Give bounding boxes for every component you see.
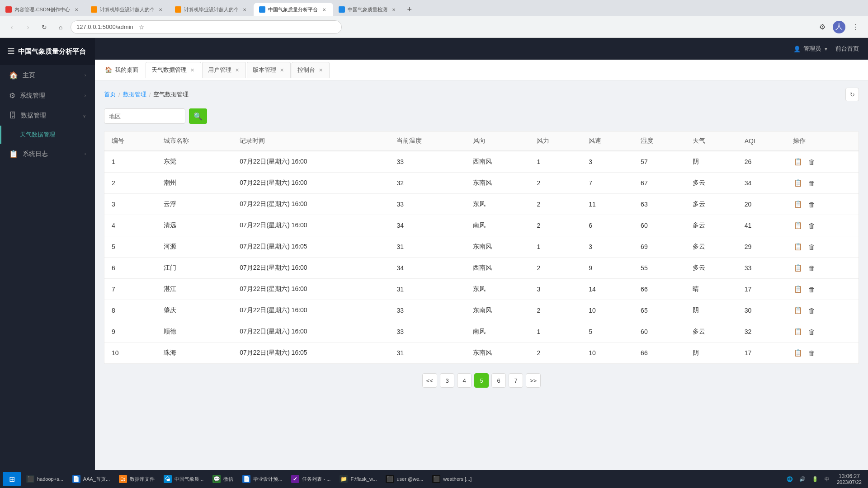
tab-3[interactable]: 计算机毕业设计超人的个人空间... ✕ xyxy=(170,3,254,16)
delete-icon[interactable]: 🗑 xyxy=(807,221,816,230)
user-tab-close[interactable]: ✕ xyxy=(234,66,240,74)
sidebar-item-home[interactable]: 🏠 主页 › xyxy=(0,65,95,85)
logs-arrow-icon: › xyxy=(85,151,86,156)
logs-icon: 📋 xyxy=(9,150,18,158)
tab-home[interactable]: 🏠 我的桌面 xyxy=(99,62,145,78)
tab-weather-data[interactable]: 天气数据管理 ✕ xyxy=(146,62,201,78)
edit-icon[interactable]: 📋 xyxy=(793,178,803,188)
taskbar-item-thesis[interactable]: 📄 毕业设计预... xyxy=(239,472,286,486)
cell-id: 1 xyxy=(104,151,156,173)
taskbar-sound-icon[interactable]: 🔊 xyxy=(797,474,808,484)
pagination-page-7[interactable]: 7 xyxy=(509,373,523,388)
edit-icon[interactable]: 📋 xyxy=(793,348,803,358)
sidebar-item-weather-data[interactable]: 天气数据管理 xyxy=(0,126,95,144)
cell-temp: 33 xyxy=(389,321,465,343)
pagination-page-3[interactable]: 3 xyxy=(440,373,454,388)
tab-close-1[interactable]: ✕ xyxy=(73,6,80,13)
edit-icon[interactable]: 📋 xyxy=(793,284,803,294)
delete-icon[interactable]: 🗑 xyxy=(807,242,816,252)
tab-2[interactable]: 计算机毕业设计超人的个人空间... ✕ xyxy=(85,3,170,16)
tab-close-2[interactable]: ✕ xyxy=(157,6,164,13)
tab-close-4[interactable]: ✕ xyxy=(321,6,328,13)
taskbar-item-tasks[interactable]: ✔ 任务列表 - ... xyxy=(288,472,334,486)
breadcrumb-data-mgmt[interactable]: 数据管理 xyxy=(123,90,146,99)
delete-icon[interactable]: 🗑 xyxy=(807,263,816,273)
hamburger-icon[interactable]: ☰ xyxy=(7,47,14,56)
breadcrumb-home[interactable]: 首页 xyxy=(104,90,116,99)
edit-icon[interactable]: 📋 xyxy=(793,242,803,252)
pagination: << 3 4 5 6 7 >> xyxy=(104,364,859,397)
search-button[interactable]: 🔍 xyxy=(189,108,207,124)
delete-icon[interactable]: 🗑 xyxy=(807,327,816,337)
pagination-next[interactable]: >> xyxy=(526,373,541,388)
taskbar-item-user[interactable]: ⬛ user @we... xyxy=(382,472,427,486)
delete-icon[interactable]: 🗑 xyxy=(807,157,816,167)
sidebar-item-system[interactable]: ⚙ 系统管理 › xyxy=(0,85,95,106)
version-tab-close[interactable]: ✕ xyxy=(279,66,285,74)
address-text: 127.0.0.1:5000/admin xyxy=(76,23,133,30)
breadcrumb-refresh-button[interactable]: ↻ xyxy=(845,88,859,101)
search-input[interactable] xyxy=(104,108,185,124)
taskbar-item-db[interactable]: 🗂 数据库文件 xyxy=(115,472,158,486)
tab-user-mgmt[interactable]: 用户管理 ✕ xyxy=(202,62,246,78)
back-button[interactable]: ‹ xyxy=(5,21,18,33)
edit-icon[interactable]: 📋 xyxy=(793,305,803,315)
new-tab-button[interactable]: + xyxy=(403,3,416,16)
edit-icon[interactable]: 📋 xyxy=(793,221,803,230)
tab-console[interactable]: 控制台 ✕ xyxy=(292,62,330,78)
header-user[interactable]: 👤 管理员 ▼ xyxy=(793,45,828,53)
delete-icon[interactable]: 🗑 xyxy=(807,199,816,209)
taskbar-item-flask[interactable]: 📁 F:\flask_w... xyxy=(336,472,380,486)
refresh-button[interactable]: ↻ xyxy=(38,21,51,33)
tab-close-3[interactable]: ✕ xyxy=(241,6,248,13)
table-row: 1 东莞 07月22日(星期六) 16:00 33 西南风 1 3 57 阴 2… xyxy=(104,151,859,173)
address-bar[interactable]: 127.0.0.1:5000/admin ☆ xyxy=(71,20,342,34)
tab-1[interactable]: 内容管理-CSDN创作中心 ✕ xyxy=(0,3,85,16)
bookmark-icon[interactable]: ☆ xyxy=(137,22,147,32)
main-header: 👤 管理员 ▼ 前台首页 xyxy=(95,38,868,60)
cell-time: 07月22日(星期六) 16:00 xyxy=(232,173,389,194)
sidebar-item-logs[interactable]: 📋 系统日志 › xyxy=(0,144,95,164)
sidebar-item-data[interactable]: 🗄 数据管理 ∨ xyxy=(0,106,95,126)
forward-button[interactable]: › xyxy=(22,21,34,33)
delete-icon[interactable]: 🗑 xyxy=(807,284,816,294)
taskbar-item-hadoop[interactable]: ⬛ hadoop+s... xyxy=(23,472,67,486)
taskbar-ime-icon[interactable]: 中 xyxy=(822,474,832,484)
pagination-page-4[interactable]: 4 xyxy=(457,373,472,388)
taskbar-start-button[interactable]: ⊞ xyxy=(3,472,21,486)
pagination-page-6[interactable]: 6 xyxy=(491,373,506,388)
taskbar-item-wechat[interactable]: 💬 微信 xyxy=(209,472,237,486)
pagination-prev[interactable]: << xyxy=(422,373,437,388)
edit-icon[interactable]: 📋 xyxy=(793,263,803,273)
menu-icon[interactable]: ⋮ xyxy=(849,20,863,34)
console-tab-close[interactable]: ✕ xyxy=(318,66,324,74)
cell-weather: 多云 xyxy=(685,258,737,279)
pagination-page-5[interactable]: 5 xyxy=(474,373,489,388)
cell-wind-force: 1 xyxy=(529,321,581,343)
taskbar-clock[interactable]: 13:06:27 2023/07/22 xyxy=(833,473,865,485)
cell-humidity: 63 xyxy=(633,194,685,215)
tab-close-5[interactable]: ✕ xyxy=(390,6,397,13)
cell-city: 云浮 xyxy=(156,194,232,215)
profile-icon[interactable]: 人 xyxy=(833,21,845,33)
delete-icon[interactable]: 🗑 xyxy=(807,305,816,315)
taskbar-battery-icon[interactable]: 🔋 xyxy=(809,474,821,484)
taskbar-item-weather[interactable]: 🌤 中国气象质... xyxy=(160,472,207,486)
home-button[interactable]: ⌂ xyxy=(54,21,67,33)
tab-version-mgmt[interactable]: 版本管理 ✕ xyxy=(247,62,291,78)
edit-icon[interactable]: 📋 xyxy=(793,327,803,337)
taskbar-item-weathers[interactable]: ⬛ weathers [...] xyxy=(429,472,475,486)
cell-aqi: 34 xyxy=(737,173,786,194)
header-home-link[interactable]: 前台首页 xyxy=(835,45,859,53)
tab-4[interactable]: 中国气象质量分析平台 ✕ xyxy=(254,3,333,16)
taskbar-item-aaa[interactable]: 📄 AAA_首页... xyxy=(69,472,113,486)
tab-5[interactable]: 中国气象质量检测 ✕ xyxy=(333,3,403,16)
delete-icon[interactable]: 🗑 xyxy=(807,348,816,358)
taskbar-network-icon[interactable]: 🌐 xyxy=(784,474,796,484)
cell-wind-speed: 3 xyxy=(581,151,633,173)
extensions-icon[interactable]: ⚙ xyxy=(816,20,829,34)
delete-icon[interactable]: 🗑 xyxy=(807,178,816,188)
edit-icon[interactable]: 📋 xyxy=(793,157,803,167)
weather-tab-close[interactable]: ✕ xyxy=(189,66,195,74)
edit-icon[interactable]: 📋 xyxy=(793,199,803,209)
